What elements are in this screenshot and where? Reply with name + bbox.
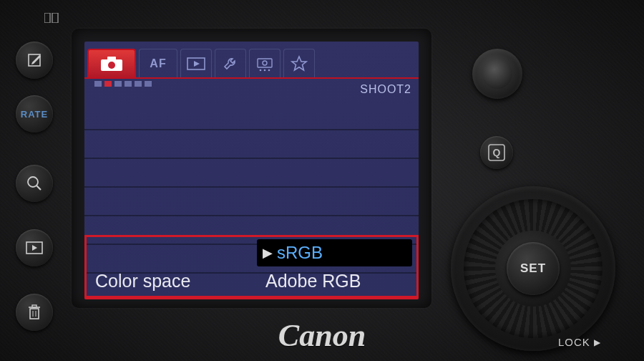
option-adobe-rgb[interactable]: Adobe RGB [265,271,361,292]
option-srgb[interactable]: ▶ sRGB [257,239,412,266]
lock-label: LOCK ▶ [558,336,601,348]
page-dot [94,81,102,87]
compare-icon [44,13,59,26]
svg-marker-22 [292,57,306,70]
play-rect-icon [26,241,43,254]
svg-rect-0 [44,13,50,23]
page-dot [145,81,152,87]
play-rect-icon [187,57,205,70]
menu-screen: AF SHOOT2 ▶ [84,42,419,299]
camera-dots-icon [255,56,274,72]
svg-text:Q: Q [493,147,501,158]
caret-right-icon: ▶ [594,337,601,347]
caret-right-icon: ▶ [263,245,273,261]
svg-rect-17 [258,59,272,67]
svg-point-3 [28,177,38,187]
multi-controller-joystick[interactable] [472,49,522,99]
setting-label: Color space [95,271,190,292]
edit-button[interactable] [16,42,53,79]
svg-rect-1 [52,13,58,23]
option-label: sRGB [277,243,323,263]
set-button[interactable]: SET [507,242,560,295]
quick-control-button[interactable]: Q [480,136,513,169]
svg-point-21 [268,69,270,71]
wrench-icon [223,56,238,72]
section-label: SHOOT2 [360,83,411,96]
svg-point-18 [263,61,267,65]
zoom-button[interactable] [16,165,53,202]
page-dot [125,81,132,87]
menu-rows: ▶ sRGB Color space Adobe RGB [84,102,419,299]
svg-point-19 [260,69,262,71]
page-dot [114,81,122,87]
trash-button[interactable] [16,294,53,331]
svg-rect-9 [32,305,36,307]
lcd-screen: AF SHOOT2 ▶ [72,29,431,308]
magnifier-icon [26,175,43,192]
trash-icon [27,304,42,320]
tab-mymenu[interactable] [283,49,315,77]
camera-icon [99,55,124,72]
setting-color-space[interactable]: ▶ sRGB Color space Adobe RGB [84,235,419,299]
svg-rect-13 [107,57,116,61]
svg-point-14 [108,62,115,69]
svg-marker-6 [32,245,37,251]
tab-shooting[interactable] [87,49,136,77]
edit-icon [26,52,42,68]
rate-button[interactable]: RATE [16,95,53,133]
tab-autofocus[interactable]: AF [139,49,177,77]
tab-playback[interactable] [180,49,212,77]
svg-marker-16 [194,61,200,67]
playback-button[interactable] [16,229,53,266]
brand-logo: Canon [278,317,366,354]
tab-setup[interactable] [215,49,246,77]
star-icon [291,55,308,72]
q-icon: Q [487,143,506,162]
page-dot-active [104,81,112,87]
page-dot [135,81,142,87]
menu-tab-bar: AF [84,42,419,79]
svg-line-4 [36,186,41,190]
svg-point-20 [264,69,266,71]
svg-rect-7 [30,309,39,319]
tab-custom[interactable] [249,49,280,77]
